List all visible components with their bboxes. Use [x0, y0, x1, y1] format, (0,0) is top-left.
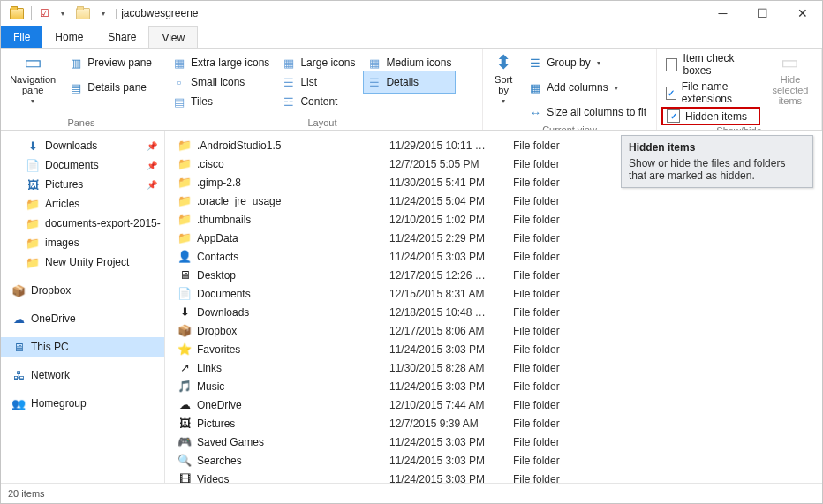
navigation-pane[interactable]: ⬇Downloads📌 📄Documents📌 🖼Pictures📌 📁Arti…	[1, 131, 165, 483]
file-name-cell[interactable]: 📦Dropbox	[177, 321, 389, 340]
file-name-label: Saved Games	[197, 436, 264, 448]
file-name-cell[interactable]: 🎮Saved Games	[177, 433, 389, 451]
file-name-label: .AndroidStudio1.5	[197, 139, 281, 152]
file-name-cell[interactable]: ⬇Downloads	[177, 303, 389, 321]
file-date-cell: 11/30/2015 8:28 AM	[389, 358, 513, 377]
tiles-button[interactable]: ▤Tiles	[168, 90, 274, 113]
file-type-cell: File folder	[513, 173, 601, 192]
file-type-cell: File folder	[513, 451, 601, 470]
pictures-icon: 🖼	[177, 417, 192, 430]
file-name-extensions-label: File name extensions	[682, 80, 756, 105]
content-icon: ☲	[282, 95, 296, 109]
content-button[interactable]: ☲Content	[277, 90, 359, 113]
file-name-cell[interactable]: 🖥Desktop	[177, 266, 389, 284]
file-name-cell[interactable]: 📁AppData	[177, 229, 389, 247]
file-name-cell[interactable]: 🔍Searches	[177, 451, 389, 470]
tab-file[interactable]: File	[1, 26, 42, 48]
favorites-icon: ⭐	[177, 342, 192, 356]
file-date-cell: 12/7/2015 5:05 PM	[389, 154, 513, 173]
file-type-cell: File folder	[513, 340, 601, 358]
chevron-down-icon: ▾	[31, 97, 34, 105]
details-pane-button[interactable]: ▤ Details pane	[64, 76, 156, 99]
close-button[interactable]: ✕	[782, 1, 822, 26]
file-name-cell[interactable]: 🎵Music	[177, 377, 389, 395]
explorer-window: ☑ ▾ ▾ | jacobwesgreene ─ ☐ ✕ File Home S…	[0, 0, 823, 504]
file-name-cell[interactable]: 📁.gimp-2.8	[177, 173, 389, 192]
chevron-down-icon[interactable]: ▾	[57, 4, 69, 22]
window-controls: ─ ☐ ✕	[703, 1, 822, 26]
nav-this-pc[interactable]: 🖥This PC	[1, 337, 164, 357]
folder-icon: 📁	[177, 194, 192, 207]
tab-view[interactable]: View	[148, 26, 198, 48]
nav-export[interactable]: 📁documents-export-2015-	[1, 214, 164, 233]
dropbox-icon: 📦	[11, 284, 26, 297]
add-columns-button[interactable]: ▦Add columns	[524, 76, 651, 99]
nav-dropbox[interactable]: 📦Dropbox	[1, 281, 164, 300]
nav-unity[interactable]: 📁New Unity Project	[1, 252, 164, 272]
title-text: jacobwesgreene	[121, 7, 198, 19]
group-by-button[interactable]: ☰Group by	[524, 51, 651, 74]
qat-menu-icon[interactable]: ▾	[97, 4, 109, 22]
new-folder-icon[interactable]	[72, 3, 94, 24]
file-name-cell[interactable]: 📁.AndroidStudio1.5	[177, 136, 389, 154]
size-columns-button[interactable]: ↔Size all columns to fit	[524, 101, 651, 124]
minimize-button[interactable]: ─	[703, 1, 743, 26]
preview-pane-button[interactable]: ▥ Preview pane	[64, 51, 156, 74]
nav-documents[interactable]: 📄Documents📌	[1, 155, 164, 175]
nav-articles[interactable]: 📁Articles	[1, 194, 164, 214]
file-name-cell[interactable]: 🖼Pictures	[177, 414, 389, 433]
ribbon-group-layout: ▦Extra large icons ▦Large icons ▦Medium …	[162, 49, 483, 130]
file-name-label: Searches	[197, 455, 242, 467]
file-name-cell[interactable]: 👤Contacts	[177, 247, 389, 266]
file-name-label: Links	[197, 362, 222, 374]
nav-images[interactable]: 📁images	[1, 233, 164, 252]
folder-icon: 📁	[177, 157, 192, 170]
file-type-cell: File folder	[513, 395, 601, 414]
file-name-extensions-checkbox[interactable]: File name extensions	[662, 79, 759, 106]
file-name-label: .gimp-2.8	[197, 177, 241, 189]
ribbon-group-panes: ▭ Navigation pane ▾ ▥ Preview pane ▤ Det…	[1, 49, 162, 130]
sort-by-button[interactable]: ⬍ Sort by ▾	[488, 51, 518, 107]
pin-icon: 📌	[147, 141, 157, 151]
hide-selected-items-button[interactable]: ▭ Hide selected items	[765, 51, 816, 108]
tab-share[interactable]: Share	[95, 26, 148, 48]
size-columns-icon: ↔	[528, 106, 542, 119]
file-name-cell[interactable]: 📄Documents	[177, 284, 389, 303]
preview-pane-label: Preview pane	[87, 56, 152, 69]
tab-home[interactable]: Home	[42, 26, 95, 48]
nav-onedrive[interactable]: ☁OneDrive	[1, 309, 164, 328]
folder-icon: 📁	[26, 198, 40, 211]
file-type-cell: File folder	[513, 377, 601, 395]
nav-pictures[interactable]: 🖼Pictures📌	[1, 175, 164, 194]
navigation-pane-button[interactable]: ▭ Navigation pane ▾	[6, 51, 59, 107]
file-name-cell[interactable]: ↗Links	[177, 358, 389, 377]
file-name-cell[interactable]: ⭐Favorites	[177, 340, 389, 358]
title-separator: |	[115, 7, 117, 19]
folder-icon: 📁	[26, 237, 40, 250]
music-icon: 🎵	[177, 380, 192, 393]
file-name-cell[interactable]: 📁.oracle_jre_usage	[177, 192, 389, 210]
pin-icon: 📌	[147, 161, 157, 170]
file-name-cell[interactable]: ☁OneDrive	[177, 395, 389, 414]
nav-network[interactable]: 🖧Network	[1, 365, 164, 385]
file-name-label: AppData	[197, 232, 238, 244]
file-name-label: .thumbnails	[197, 214, 251, 226]
group-by-icon: ☰	[528, 56, 542, 70]
file-name-label: .oracle_jre_usage	[197, 195, 281, 207]
file-type-cell: File folder	[513, 266, 601, 284]
file-name-cell[interactable]: 📁.cisco	[177, 154, 389, 173]
hidden-items-label: Hidden items	[685, 110, 747, 123]
file-name-cell[interactable]: 🎞Videos	[177, 470, 389, 483]
file-name-cell[interactable]: 📁.thumbnails	[177, 210, 389, 229]
hidden-items-checkbox[interactable]: Hidden items	[661, 107, 760, 125]
folder-icon[interactable]	[6, 3, 27, 24]
preview-pane-icon: ▥	[69, 56, 83, 70]
properties-icon[interactable]: ☑	[35, 4, 53, 22]
checkbox-checked-icon	[667, 109, 680, 123]
nav-homegroup[interactable]: 👥Homegroup	[1, 394, 164, 413]
item-check-boxes-checkbox[interactable]: Item check boxes	[662, 51, 759, 78]
file-name-label: Pictures	[197, 417, 235, 430]
maximize-button[interactable]: ☐	[743, 1, 782, 26]
nav-downloads[interactable]: ⬇Downloads📌	[1, 136, 164, 155]
pc-icon: 🖥	[11, 341, 26, 354]
